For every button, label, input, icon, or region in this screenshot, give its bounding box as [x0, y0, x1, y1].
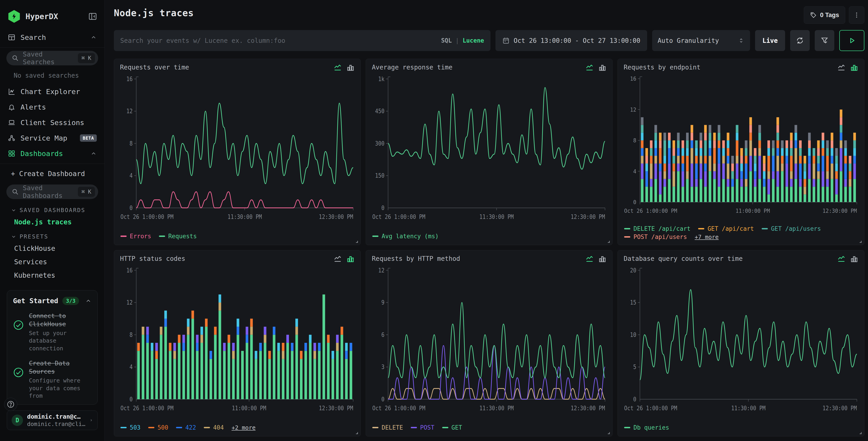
legend-item[interactable]: Requests [159, 233, 197, 240]
resize-handle[interactable] [857, 429, 862, 435]
lucene-toggle[interactable]: Lucene [463, 37, 484, 44]
legend-item[interactable]: 404 [204, 424, 224, 431]
sql-toggle[interactable]: SQL [441, 37, 452, 44]
svg-text:11:30:00 PM: 11:30:00 PM [479, 213, 514, 220]
line-view-icon[interactable] [585, 63, 594, 72]
chart-canvas[interactable]: 0481216Oct 26 1:00:00 PM11:00:00 PM12:30… [624, 73, 858, 225]
chart-canvas[interactable]: 0481216Oct 26 1:00:00 PM11:00:00 PM12:30… [120, 264, 354, 423]
chart-canvas[interactable]: 01503004501kOct 26 1:00:00 PM11:30:00 PM… [372, 73, 607, 232]
saved-searches-input[interactable]: Saved Searches ⌘ K [6, 51, 98, 65]
create-dashboard-button[interactable]: + Create Dashboard [0, 166, 104, 181]
query-language-toggle[interactable]: SQL | Lucene [441, 37, 484, 44]
sidebar-item-dashboards[interactable]: Dashboards [0, 146, 104, 161]
chart-canvas[interactable]: 036912Oct 26 1:00:00 PM11:30:00 PM12:30:… [372, 264, 607, 423]
legend-label: POST /api/users [633, 234, 687, 240]
bar-view-icon[interactable] [346, 255, 354, 263]
legend-item[interactable]: DELETE /api/cart [624, 225, 690, 232]
user-menu[interactable]: D dominic.tran@c… dominic.tran@cli… [7, 410, 98, 430]
legend-item[interactable]: Avg latency (ms) [372, 233, 439, 240]
run-query-button[interactable] [839, 30, 864, 51]
kebab-icon [853, 11, 860, 19]
chart-legend: Db queries [624, 423, 858, 433]
legend-item[interactable]: POST /api/users [624, 234, 687, 240]
legend-marker [624, 228, 630, 229]
legend-item[interactable]: Errors [120, 233, 151, 240]
svg-text:12:30:00 PM: 12:30:00 PM [319, 405, 353, 412]
help-button[interactable] [4, 398, 17, 411]
more-options-button[interactable] [849, 6, 864, 24]
svg-text:Oct 26 1:00:00 PM: Oct 26 1:00:00 PM [120, 405, 174, 412]
legend-item[interactable]: GET /api/cart [698, 225, 754, 232]
line-view-icon[interactable] [585, 255, 594, 263]
legend-item[interactable]: POST [411, 424, 434, 431]
chart-canvas[interactable]: 05101520Oct 26 1:00:00 PM11:30:00 PM12:3… [624, 264, 858, 423]
live-button[interactable]: Live [755, 30, 785, 51]
svg-text:0: 0 [381, 396, 384, 403]
date-range-picker[interactable]: Oct 26 13:00:00 - Oct 27 13:00:00 [495, 30, 647, 51]
saved-searches-placeholder: Saved Searches [23, 50, 78, 66]
bar-view-icon[interactable] [346, 63, 354, 72]
legend-label: GET /api/cart [708, 225, 754, 232]
legend-label: GET /api/users [771, 225, 821, 232]
chart-canvas[interactable]: 0481216Oct 26 1:00:00 PM11:30:00 PM12:30… [120, 73, 354, 232]
sidebar-item-label: Alerts [21, 103, 46, 111]
event-search-box[interactable]: SQL | Lucene [114, 30, 491, 51]
get-started-header[interactable]: Get Started 3/3 [13, 297, 92, 305]
page-title: Node.js traces [114, 6, 194, 18]
get-started-item[interactable]: Connect to ClickHouse Set up your databa… [13, 312, 92, 352]
line-view-icon[interactable] [837, 255, 845, 263]
tags-button[interactable]: 0 Tags [804, 6, 845, 24]
sidebar-item-label: Search [21, 33, 46, 41]
legend-item[interactable]: 422 [176, 424, 196, 431]
svg-text:12:30:00 PM: 12:30:00 PM [823, 405, 857, 412]
resize-handle[interactable] [857, 238, 862, 243]
group-presets[interactable]: PRESETS [0, 229, 104, 242]
preset-link-clickhouse[interactable]: ClickHouse [0, 242, 104, 255]
resize-handle[interactable] [353, 238, 359, 243]
legend-more-link[interactable]: +7 more [695, 234, 719, 240]
sidebar-item-client-sessions[interactable]: Client Sessions [0, 115, 104, 130]
resize-handle[interactable] [353, 429, 359, 435]
resize-handle[interactable] [604, 429, 611, 435]
sidebar-item-service-map[interactable]: Service Map BETA [0, 130, 104, 146]
no-saved-searches-text: No saved searches [0, 68, 104, 84]
get-started-item[interactable]: Create Data Sources Configure where your… [13, 359, 92, 400]
legend-marker [762, 228, 768, 229]
sidebar-item-alerts[interactable]: Alerts [0, 99, 104, 115]
group-label: SAVED DASHBOARDS [20, 207, 85, 213]
line-view-icon[interactable] [837, 63, 845, 72]
filter-bar: SQL | Lucene Oct 26 13:00:00 - Oct 27 13… [114, 30, 864, 51]
legend-label: 422 [185, 424, 196, 431]
filter-button[interactable] [815, 30, 834, 51]
bar-view-icon[interactable] [598, 63, 607, 72]
collapse-sidebar-button[interactable] [88, 11, 98, 22]
resize-handle[interactable] [604, 238, 611, 243]
legend-item[interactable]: Db queries [624, 424, 669, 431]
legend-item[interactable]: 500 [148, 424, 168, 431]
sidebar-header: HyperDX [0, 0, 104, 30]
chart-legend: DELETE /api/cartGET /api/cartGET /api/us… [624, 225, 858, 242]
bar-view-icon[interactable] [850, 255, 858, 263]
preset-link-services[interactable]: Services [0, 255, 104, 269]
group-saved-dashboards[interactable]: SAVED DASHBOARDS [0, 202, 104, 215]
legend-item[interactable]: DELETE [372, 424, 403, 431]
legend-item[interactable]: 503 [120, 424, 141, 431]
bar-view-icon[interactable] [598, 255, 607, 263]
dashboard-link-nodejs-traces[interactable]: Node.js traces [0, 215, 104, 229]
preset-link-kubernetes[interactable]: Kubernetes [0, 269, 104, 282]
svg-text:Oct 26 1:00:00 PM: Oct 26 1:00:00 PM [372, 213, 425, 220]
bar-view-icon[interactable] [850, 63, 858, 72]
saved-dashboards-input[interactable]: Saved Dashboards ⌘ K [6, 184, 98, 199]
svg-text:Oct 26 1:00:00 PM: Oct 26 1:00:00 PM [120, 213, 174, 220]
event-search-input[interactable] [120, 37, 441, 45]
line-view-icon[interactable] [334, 255, 342, 263]
legend-item[interactable]: GET /api/users [762, 225, 821, 232]
sidebar-item-chart-explorer[interactable]: Chart Explorer [0, 84, 104, 99]
legend-more-link[interactable]: +2 more [231, 424, 255, 431]
legend-item[interactable]: GET [442, 424, 462, 431]
search-icon [12, 55, 19, 61]
granularity-select[interactable]: Auto Granularity [652, 30, 750, 51]
line-view-icon[interactable] [334, 63, 342, 72]
sidebar-item-search[interactable]: Search [0, 30, 104, 45]
refresh-button[interactable] [790, 30, 810, 51]
